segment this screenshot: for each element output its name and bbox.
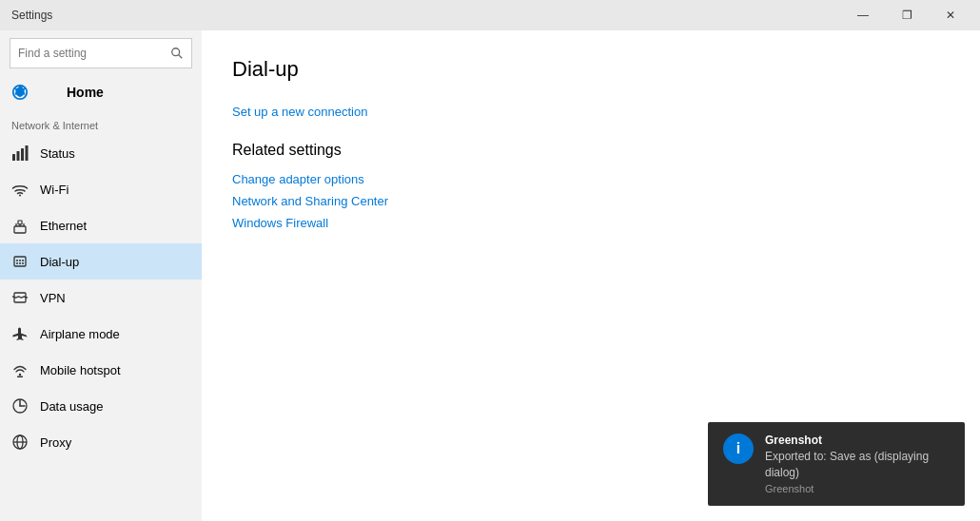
svg-rect-19: [17, 376, 23, 378]
datausage-icon: [11, 397, 29, 415]
sidebar-item-vpn[interactable]: VPN: [0, 280, 202, 316]
home-label: Home: [67, 85, 104, 100]
section-label: Network & Internet: [0, 108, 202, 135]
sidebar-item-wifi-label: Wi-Fi: [40, 183, 69, 197]
sidebar-item-datausage[interactable]: Data usage: [0, 388, 202, 424]
status-icon: [11, 145, 29, 162]
svg-rect-6: [26, 145, 29, 161]
proxy-icon: [11, 434, 29, 451]
setup-link[interactable]: Set up a new connection: [232, 105, 950, 119]
toast-source: Greenshot: [765, 483, 950, 494]
airplane-icon: [11, 325, 29, 342]
sidebar-item-home[interactable]: Home: [0, 76, 202, 108]
sidebar-item-airplane-label: Airplane mode: [40, 327, 120, 341]
toast-app-name: Greenshot: [765, 434, 950, 447]
sidebar-item-airplane[interactable]: Airplane mode: [0, 316, 202, 352]
sidebar: Home Network & Internet Status: [0, 30, 202, 521]
vpn-icon: [11, 289, 29, 306]
sidebar-item-proxy-label: Proxy: [40, 435, 71, 450]
sidebar-item-datausage-label: Data usage: [40, 399, 104, 414]
svg-point-16: [22, 262, 24, 264]
sidebar-item-ethernet-label: Ethernet: [40, 219, 87, 233]
toast-icon: i: [723, 434, 754, 464]
titlebar: Settings — ❐ ✕: [0, 0, 980, 30]
toast-message: Exported to: Save as (displaying dialog): [765, 449, 950, 481]
sidebar-item-proxy[interactable]: Proxy: [0, 424, 202, 460]
svg-point-14: [16, 262, 18, 264]
related-settings-title: Related settings: [232, 142, 950, 159]
titlebar-title: Settings: [11, 9, 52, 22]
sidebar-item-dialup[interactable]: Dial-up: [0, 243, 202, 280]
dialup-icon: [11, 253, 29, 270]
titlebar-controls: — ❐ ✕: [841, 0, 972, 30]
page-title: Dial-up: [232, 57, 950, 82]
hotspot-icon: [11, 361, 29, 378]
restore-button[interactable]: ❐: [885, 0, 929, 30]
svg-point-15: [19, 262, 21, 264]
svg-point-7: [19, 195, 21, 197]
svg-rect-4: [17, 151, 20, 161]
search-input[interactable]: [18, 47, 170, 60]
svg-rect-8: [14, 226, 26, 233]
toast-notification: i Greenshot Exported to: Save as (displa…: [708, 422, 965, 506]
svg-point-0: [172, 48, 180, 56]
minimize-button[interactable]: —: [841, 0, 885, 30]
svg-line-1: [179, 55, 183, 59]
close-button[interactable]: ✕: [929, 0, 972, 30]
sharing-center-link[interactable]: Network and Sharing Center: [232, 194, 950, 208]
search-box[interactable]: [10, 38, 192, 68]
svg-point-11: [16, 260, 18, 261]
sidebar-item-dialup-label: Dial-up: [40, 255, 79, 269]
ethernet-icon: [11, 217, 29, 234]
svg-point-12: [19, 260, 21, 261]
svg-rect-3: [12, 154, 15, 161]
toast-content: Greenshot Exported to: Save as (displayi…: [765, 434, 950, 494]
sidebar-item-status[interactable]: Status: [0, 135, 202, 171]
sidebar-item-hotspot[interactable]: Mobile hotspot: [0, 352, 202, 388]
sidebar-item-vpn-label: VPN: [40, 291, 66, 305]
change-adapter-link[interactable]: Change adapter options: [232, 172, 950, 186]
sidebar-item-hotspot-label: Mobile hotspot: [40, 363, 121, 377]
home-gear-icon: [11, 84, 29, 101]
svg-point-18: [19, 374, 21, 376]
sidebar-item-ethernet[interactable]: Ethernet: [0, 207, 202, 243]
sidebar-item-wifi[interactable]: Wi-Fi: [0, 171, 202, 207]
wifi-icon: [11, 181, 29, 198]
sidebar-item-status-label: Status: [40, 146, 75, 161]
svg-point-13: [22, 260, 24, 261]
search-icon: [170, 47, 184, 60]
firewall-link[interactable]: Windows Firewall: [232, 216, 950, 230]
svg-rect-5: [21, 148, 24, 161]
